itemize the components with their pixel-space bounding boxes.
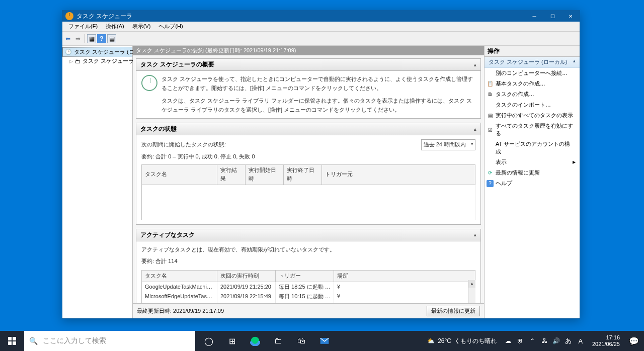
col-location[interactable]: 場所	[334, 270, 475, 282]
active-table[interactable]: タスク名 次回の実行時刻 トリガー 場所 GoogleUpdateTaskMac…	[141, 270, 475, 303]
status-summary: 要約: 合計 0 – 実行中 0, 成功 0, 停止 0, 失敗 0	[141, 152, 475, 161]
table-row[interactable]: GoogleUpdateTaskMachineUA2021/09/19 21:2…	[142, 282, 475, 292]
period-select[interactable]: 過去 24 時間以内	[421, 139, 475, 150]
show-hide-tree-button[interactable]: ▦	[87, 34, 96, 43]
col-trigger[interactable]: トリガー元	[322, 164, 475, 185]
action-create-basic[interactable]: 📋基本タスクの作成…	[485, 78, 580, 89]
taskview-icon[interactable]: ⊞	[220, 331, 244, 351]
properties-button[interactable]: ▤	[107, 34, 116, 43]
app-window: タスク スケジューラ ─ ☐ ✕ ファイル(F) 操作(A) 表示(V) ヘルプ…	[62, 10, 580, 319]
menu-help[interactable]: ヘルプ(H)	[154, 21, 187, 32]
action-running[interactable]: ▤実行中のすべてのタスクの表示	[485, 110, 580, 121]
period-label: 次の期間に開始したタスクの状態:	[141, 140, 226, 149]
action-connect[interactable]: 別のコンピューターへ接続…	[485, 68, 580, 78]
empty-row	[142, 185, 475, 220]
col-result[interactable]: 実行結果	[217, 164, 246, 185]
mail-icon[interactable]	[313, 331, 336, 351]
col-next[interactable]: 次回の実行時刻	[217, 270, 276, 282]
collapse-icon[interactable]: ▴	[474, 62, 476, 67]
svg-rect-3	[13, 341, 16, 345]
scrollbar[interactable]: ▴ ▾	[468, 280, 475, 303]
overview-text-1: タスク スケジューラを使って、指定したときにコンピューターで自動的に実行されるよ…	[162, 75, 475, 93]
network-icon[interactable]: 🖧	[539, 331, 550, 351]
col-trigger[interactable]: トリガー	[276, 270, 334, 282]
start-button[interactable]	[0, 331, 24, 351]
ime-lang[interactable]: あ	[563, 331, 574, 351]
task-icon: 🗎	[487, 91, 494, 98]
table-row[interactable]: Office Feature Updates2021/09/20 1:25:49…	[142, 302, 475, 303]
minimize-button[interactable]: ─	[525, 11, 543, 22]
maximize-button[interactable]: ☐	[543, 11, 561, 22]
clock[interactable]: 17:16 2021/06/25	[588, 334, 624, 347]
system-tray[interactable]: ☁ ⛨ ⌃ 🖧 🔊 あ A	[501, 331, 588, 351]
action-refresh[interactable]: ⟳最新の情報に更新	[485, 167, 580, 178]
tree-root[interactable]: 🕒 タスク スケジューラ (ローカル)	[62, 47, 132, 57]
active-summary: 要約: 合計 114	[141, 257, 475, 266]
clock-date: 2021/06/25	[592, 341, 620, 347]
ime-mode[interactable]: A	[575, 331, 586, 351]
svg-rect-2	[8, 341, 12, 345]
cortana-icon[interactable]: ◯	[197, 331, 220, 351]
expand-icon[interactable]: ▷	[69, 59, 73, 64]
menu-file[interactable]: ファイル(F)	[64, 21, 102, 32]
list-icon: ▤	[487, 112, 494, 119]
security-icon[interactable]: ⛨	[515, 331, 526, 351]
menu-view[interactable]: 表示(V)	[128, 21, 155, 32]
active-section: アクティブなタスク ▴ アクティブなタスクとは、現在有効で、有効期限が切れていな…	[136, 229, 481, 303]
help-button[interactable]: ?	[97, 34, 106, 43]
menu-action[interactable]: 操作(A)	[102, 21, 128, 32]
store-icon[interactable]: 🛍	[290, 331, 313, 351]
col-end[interactable]: 実行終了日時	[284, 164, 322, 185]
windows-icon	[8, 337, 16, 345]
collapse-icon[interactable]: ▴	[474, 232, 476, 237]
status-header-label: タスクの状態	[140, 125, 177, 133]
active-header-label: アクティブなタスク	[140, 231, 195, 239]
navigation-tree[interactable]: 🕒 タスク スケジューラ (ローカル) ▷ 🗀 タスク スケジューラ ライブラリ	[62, 46, 133, 318]
back-button[interactable]: ⬅	[63, 34, 72, 43]
svg-rect-1	[13, 337, 16, 340]
col-taskname[interactable]: タスク名	[142, 164, 217, 185]
active-header[interactable]: アクティブなタスク ▴	[136, 229, 480, 241]
action-create-task[interactable]: 🗎タスクの作成…	[485, 89, 580, 100]
clock-large-icon	[141, 75, 157, 91]
action-center-icon[interactable]: 💬	[624, 331, 644, 351]
menubar: ファイル(F) 操作(A) 表示(V) ヘルプ(H)	[62, 22, 580, 32]
scroll-up[interactable]: ▴	[468, 280, 475, 288]
action-import[interactable]: タスクのインポート…	[485, 100, 580, 110]
collapse-icon[interactable]: ▴	[474, 127, 476, 132]
clock-time: 17:16	[592, 334, 620, 341]
forward-button[interactable]: ➡	[73, 34, 83, 43]
action-at-service[interactable]: AT サービスのアカウントの構成	[485, 139, 580, 157]
collapse-icon[interactable]: ▴	[573, 58, 576, 66]
onedrive-icon[interactable]: ☁	[503, 331, 514, 351]
clock-icon: 🕒	[65, 49, 72, 56]
status-header[interactable]: タスクの状態 ▴	[136, 123, 480, 135]
action-history[interactable]: ☑すべてのタスク履歴を有効にする	[485, 121, 580, 139]
submenu-arrow-icon: ▶	[573, 160, 576, 164]
weather-temp: 26°C	[438, 337, 451, 344]
app-icon	[65, 12, 73, 20]
volume-icon[interactable]: 🔊	[551, 331, 562, 351]
tree-library[interactable]: ▷ 🗀 タスク スケジューラ ライブラリ	[62, 57, 132, 65]
col-name[interactable]: タスク名	[142, 270, 217, 282]
overview-header[interactable]: タスク スケジューラの概要 ▴	[136, 59, 480, 71]
action-help[interactable]: ?ヘルプ	[485, 178, 580, 189]
tray-chevron-icon[interactable]: ⌃	[527, 331, 538, 351]
search-placeholder: ここに入力して検索	[43, 336, 106, 345]
last-updated: 最終更新日時: 2021/09/19 21:17:09	[137, 307, 224, 315]
table-row[interactable]: MicrosoftEdgeUpdateTaskMachineUA2021/09/…	[142, 292, 475, 302]
taskbar[interactable]: 🔍 ここに入力して検索 ◯ ⊞ 🗀 🛍 ⛅ 26°C くもりのち晴れ ☁ ⛨ ⌃…	[0, 331, 644, 351]
weather-widget[interactable]: ⛅ 26°C くもりのち晴れ	[423, 337, 501, 345]
explorer-icon[interactable]: 🗀	[267, 331, 290, 351]
close-button[interactable]: ✕	[561, 11, 580, 22]
weather-text: くもりのち晴れ	[454, 337, 497, 345]
actions-context[interactable]: タスク スケジューラ (ローカル) ▴	[485, 57, 580, 68]
search-icon: 🔍	[29, 337, 38, 345]
status-table[interactable]: タスク名 実行結果 実行開始日時 実行終了日時 トリガー元	[141, 164, 475, 220]
action-view[interactable]: 表示▶	[485, 157, 580, 167]
col-start[interactable]: 実行開始日時	[246, 164, 284, 185]
edge-icon[interactable]	[244, 331, 267, 351]
search-box[interactable]: 🔍 ここに入力して検索	[24, 331, 195, 351]
titlebar[interactable]: タスク スケジューラ ─ ☐ ✕	[62, 11, 580, 22]
refresh-button[interactable]: 最新の情報に更新	[427, 306, 480, 316]
